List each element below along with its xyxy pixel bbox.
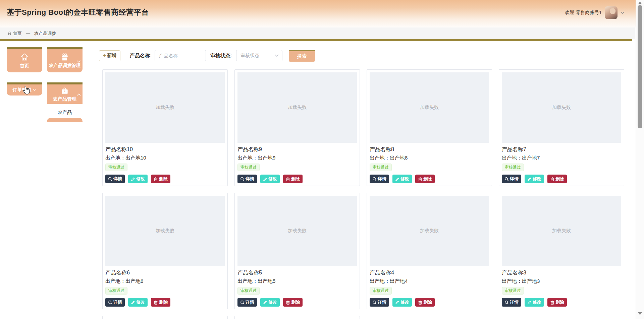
sidebar-item-label: 农产品管理	[53, 96, 76, 102]
product-name: 产品名称4	[370, 269, 489, 276]
home-icon	[20, 53, 29, 61]
sidebar-item-order-manage[interactable]: 订单管理	[7, 82, 42, 95]
detail-button[interactable]: 详情	[502, 298, 521, 307]
delete-button[interactable]: 删除	[283, 298, 303, 307]
product-origin: 出产地：出产地9	[237, 155, 357, 161]
breadcrumb-separator: —	[26, 31, 30, 36]
sidebar-item-diaobo-manage[interactable]: 农产品调拨管理	[47, 47, 83, 72]
search-icon	[240, 300, 245, 305]
sidebar-submenu-footer	[47, 118, 83, 122]
user-menu[interactable]: 欢迎 零售商账号1	[565, 5, 625, 20]
delete-button[interactable]: 删除	[547, 175, 567, 183]
delete-button[interactable]: 删除	[415, 175, 435, 183]
edit-button[interactable]: 修改	[392, 298, 412, 307]
card-actions: 详情 修改 删除	[370, 298, 489, 307]
detail-button[interactable]: 详情	[237, 298, 257, 307]
product-origin: 出产地：出产地7	[502, 155, 621, 161]
pencil-icon	[131, 300, 135, 305]
search-button[interactable]: 搜索	[289, 50, 315, 62]
avatar[interactable]	[605, 6, 618, 19]
edit-button[interactable]: 修改	[392, 175, 412, 183]
welcome-text: 欢迎 零售商账号1	[565, 10, 602, 16]
search-icon	[108, 300, 112, 305]
detail-button[interactable]: 详情	[370, 175, 389, 183]
product-grid: 加载失败 产品名称10 出产地：出产地10 审核通过 详情 修改	[102, 69, 624, 319]
edit-button[interactable]: 修改	[128, 298, 148, 307]
product-name-input[interactable]	[155, 50, 206, 61]
product-card-partial	[102, 316, 228, 319]
sidebar-subitem-product[interactable]: 农产品	[47, 107, 83, 118]
briefcase-icon	[60, 86, 69, 94]
trash-icon	[286, 177, 290, 181]
pencil-icon	[395, 177, 399, 181]
status-badge: 审核通过	[105, 164, 127, 171]
detail-button[interactable]: 详情	[370, 298, 389, 307]
scroll-up-arrow[interactable]	[638, 2, 642, 4]
sidebar: 首页 农产品调拨管理 订单管理	[7, 47, 84, 127]
plus-icon: +	[103, 53, 106, 58]
product-image-placeholder: 加载失败	[237, 72, 357, 143]
pencil-icon	[395, 300, 399, 305]
product-name: 产品名称10	[105, 146, 225, 153]
edit-button[interactable]: 修改	[128, 175, 148, 183]
status-select-value: 审核状态	[240, 53, 259, 59]
product-image-placeholder: 加载失败	[370, 72, 489, 143]
edit-button[interactable]: 修改	[525, 298, 544, 307]
product-image-placeholder: 加载失败	[502, 72, 621, 143]
product-card: 加载失败 产品名称8 出产地：出产地8 审核通过 详情 修改	[367, 69, 492, 186]
edit-button[interactable]: 修改	[260, 298, 280, 307]
card-actions: 详情 修改 删除	[105, 298, 225, 307]
status-badge: 审核通过	[237, 287, 260, 295]
sidebar-item-home[interactable]: 首页	[7, 47, 42, 72]
delete-button[interactable]: 删除	[151, 298, 170, 307]
card-actions: 详情 修改 删除	[502, 298, 621, 307]
card-actions: 详情 修改 删除	[502, 175, 621, 183]
delete-button[interactable]: 删除	[151, 175, 170, 183]
product-name: 产品名称3	[502, 269, 621, 276]
add-button[interactable]: + 新增	[99, 50, 120, 61]
product-image-placeholder: 加载失败	[370, 196, 489, 266]
trash-icon	[418, 177, 422, 181]
edit-button[interactable]: 修改	[260, 175, 280, 183]
detail-button[interactable]: 详情	[105, 175, 125, 183]
detail-button[interactable]: 详情	[502, 175, 521, 183]
chevron-down-icon	[77, 60, 81, 63]
product-card: 加载失败 产品名称6 出产地：出产地6 审核通过 详情 修改	[102, 193, 228, 309]
product-image-placeholder: 加载失败	[105, 196, 225, 266]
product-card: 加载失败 产品名称5 出产地：出产地5 审核通过 详情 修改	[234, 193, 360, 309]
sidebar-item-label: 首页	[20, 63, 29, 69]
breadcrumb-current: 农产品调拨	[34, 30, 56, 37]
search-icon	[504, 177, 509, 181]
product-image-placeholder: 加载失败	[105, 72, 225, 143]
card-actions: 详情 修改 删除	[237, 175, 357, 183]
delete-button[interactable]: 删除	[415, 298, 435, 307]
scroll-down-arrow[interactable]	[638, 312, 642, 315]
delete-button[interactable]: 删除	[547, 298, 567, 307]
toolbar: + 新增 产品名称: 审核状态: 审核状态 搜索	[99, 50, 315, 62]
trash-icon	[418, 300, 422, 305]
breadcrumb-home[interactable]: 首页	[7, 30, 22, 37]
sidebar-item-product-manage[interactable]: 农产品管理	[47, 82, 83, 104]
status-badge: 审核通过	[237, 164, 260, 171]
status-badge: 审核通过	[370, 164, 392, 171]
status-select[interactable]: 审核状态	[236, 50, 282, 61]
scrollbar-thumb[interactable]	[638, 5, 642, 128]
product-origin: 出产地：出产地8	[370, 155, 489, 161]
search-icon	[372, 300, 377, 305]
trash-icon	[154, 177, 158, 181]
detail-button[interactable]: 详情	[237, 175, 257, 183]
product-card: 加载失败 产品名称3 出产地：出产地3 审核通过 详情 修改	[499, 193, 624, 309]
detail-button[interactable]: 详情	[105, 298, 125, 307]
trash-icon	[550, 300, 554, 305]
product-origin: 出产地：出产地3	[502, 278, 621, 284]
gift-icon	[60, 53, 69, 61]
product-name: 产品名称6	[105, 269, 225, 276]
chevron-down-icon[interactable]	[621, 11, 625, 14]
edit-button[interactable]: 修改	[525, 175, 544, 183]
status-label: 审核状态:	[210, 53, 232, 59]
breadcrumb: 首页 — 农产品调拨	[0, 27, 635, 39]
search-icon	[504, 300, 509, 305]
product-name: 产品名称5	[237, 269, 357, 276]
status-badge: 审核通过	[502, 164, 524, 171]
delete-button[interactable]: 删除	[283, 175, 303, 183]
